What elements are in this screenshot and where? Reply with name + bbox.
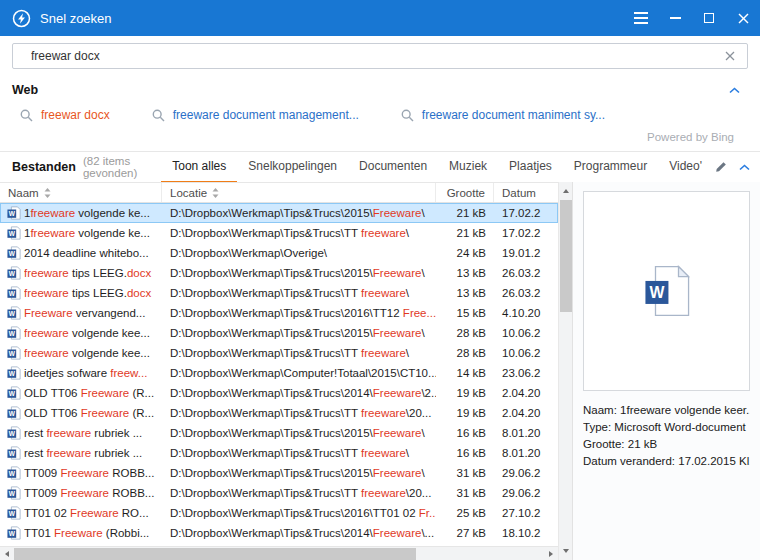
text-segment: D:\Dropbox\Werkmap\Overige\ bbox=[170, 247, 327, 259]
word-doc-icon: W bbox=[0, 366, 24, 380]
text-segment: \ bbox=[406, 347, 409, 359]
table-row[interactable]: WOLD TT06 Freeware (R...D:\Dropbox\Werkm… bbox=[0, 403, 558, 423]
match-highlight: Freeware bbox=[373, 527, 422, 539]
scroll-right-icon[interactable] bbox=[544, 547, 558, 560]
tab-video[interactable]: Video' bbox=[658, 152, 713, 183]
table-row[interactable]: WOLD TT06 Freeware (R...D:\Dropbox\Werkm… bbox=[0, 383, 558, 403]
text-segment: ROBB... bbox=[109, 467, 154, 479]
text-segment: OLD TT06 bbox=[24, 387, 81, 399]
maximize-icon[interactable] bbox=[692, 0, 726, 36]
scroll-down-icon[interactable] bbox=[559, 544, 572, 558]
table-row[interactable]: W1freeware volgende ke...D:\Dropbox\Werk… bbox=[0, 203, 558, 223]
clear-search-icon[interactable] bbox=[721, 49, 739, 63]
vertical-scrollbar-thumb[interactable] bbox=[560, 200, 572, 312]
file-size: 15 kB bbox=[436, 303, 494, 323]
svg-text:W: W bbox=[9, 270, 16, 277]
table-row[interactable]: WTT01 Freeware (Robbi...D:\Dropbox\Werkm… bbox=[0, 523, 558, 543]
web-suggestion[interactable]: freeware document management... bbox=[152, 108, 359, 122]
file-name: freeware volgende kee... bbox=[24, 323, 162, 343]
table-row[interactable]: Wfreeware volgende kee...D:\Dropbox\Werk… bbox=[0, 343, 558, 363]
text-segment: tips LEEG. bbox=[69, 267, 127, 279]
file-location: D:\Dropbox\Werkmap\Tips&Trucs\TT freewar… bbox=[162, 223, 436, 243]
titlebar[interactable]: Snel zoeken bbox=[0, 0, 760, 36]
table-row[interactable]: Wrest freeware rubriek ...D:\Dropbox\Wer… bbox=[0, 423, 558, 443]
column-header-datum[interactable]: Datum bbox=[494, 183, 558, 202]
minimize-icon[interactable] bbox=[658, 0, 692, 36]
svg-text:W: W bbox=[9, 350, 16, 357]
table-row[interactable]: WTT009 Freeware ROBB...D:\Dropbox\Werkma… bbox=[0, 463, 558, 483]
match-highlight: freeware bbox=[30, 227, 75, 239]
column-header-grootte[interactable]: Grootte bbox=[436, 183, 494, 202]
text-segment: tips LEEG. bbox=[69, 287, 127, 299]
text-segment: \ bbox=[406, 287, 409, 299]
file-name: TT009 Freeware ROBB... bbox=[24, 463, 162, 483]
web-suggestion[interactable]: freeware document maniment sy... bbox=[401, 108, 605, 122]
column-header-naam[interactable]: Naam bbox=[0, 183, 162, 202]
table-row[interactable]: WFreeware vervangend...D:\Dropbox\Werkma… bbox=[0, 303, 558, 323]
text-segment: TT01 bbox=[24, 527, 54, 539]
table-row[interactable]: Wfreeware tips LEEG.docxD:\Dropbox\Werkm… bbox=[0, 263, 558, 283]
table-row[interactable]: Wfreeware tips LEEG.docxD:\Dropbox\Werkm… bbox=[0, 283, 558, 303]
file-location: D:\Dropbox\Werkmap\Computer!Totaal\2015\… bbox=[162, 363, 436, 383]
file-size: 16 kB bbox=[436, 423, 494, 443]
word-doc-icon: W bbox=[644, 265, 690, 317]
word-doc-icon: W bbox=[0, 386, 24, 400]
preview-info-line: Datum veranderd: 17.02.2015 Kl... bbox=[583, 453, 750, 470]
match-highlight: Freeware bbox=[373, 467, 422, 479]
file-date: 29.06.2 bbox=[494, 463, 558, 483]
text-segment: volgende ke... bbox=[75, 227, 150, 239]
horizontal-scrollbar-thumb[interactable] bbox=[14, 548, 416, 560]
tab-documenten[interactable]: Documenten bbox=[348, 152, 438, 183]
scroll-up-icon[interactable] bbox=[559, 184, 572, 198]
tab-snelkoppelingen[interactable]: Snelkoppelingen bbox=[237, 152, 348, 183]
collapse-web-icon[interactable] bbox=[727, 85, 748, 96]
column-header-locatie[interactable]: Locatie bbox=[162, 183, 436, 202]
text-segment: (R... bbox=[129, 387, 154, 399]
tab-plaatjes[interactable]: Plaatjes bbox=[498, 152, 563, 183]
text-segment: \ bbox=[421, 207, 424, 219]
file-date: 19.01.2 bbox=[494, 243, 558, 263]
file-size: 19 kB bbox=[436, 383, 494, 403]
tab-muziek[interactable]: Muziek bbox=[438, 152, 498, 183]
tab-programmeur[interactable]: Programmeur bbox=[563, 152, 658, 183]
files-section-header: Bestanden (82 items gevonden) Toon alles… bbox=[0, 151, 760, 182]
preview-info-line: Grootte: 21 kB bbox=[583, 436, 750, 453]
word-doc-icon: W bbox=[0, 406, 24, 420]
horizontal-scrollbar[interactable] bbox=[0, 546, 558, 560]
edit-filter-icon[interactable] bbox=[713, 159, 737, 175]
web-section-label: Web bbox=[12, 83, 38, 97]
svg-text:W: W bbox=[9, 370, 16, 377]
table-row[interactable]: Wideetjes sofware freew...D:\Dropbox\Wer… bbox=[0, 363, 558, 383]
table-row[interactable]: W2014 deadline whitebo...D:\Dropbox\Werk… bbox=[0, 243, 558, 263]
match-highlight: Freeware bbox=[373, 267, 422, 279]
text-segment: volgende ke... bbox=[75, 207, 150, 219]
sort-icon bbox=[44, 188, 51, 198]
file-name: TT01 02 Freeware RO... bbox=[24, 503, 162, 523]
vertical-scrollbar[interactable] bbox=[558, 182, 572, 560]
search-icon bbox=[401, 109, 414, 122]
word-doc-icon: W bbox=[0, 526, 24, 540]
table-row[interactable]: WTT009 Freeware ROBB...D:\Dropbox\Werkma… bbox=[0, 483, 558, 503]
scroll-left-icon[interactable] bbox=[0, 547, 14, 560]
search-box[interactable] bbox=[12, 43, 748, 69]
table-row[interactable]: Wfreeware volgende kee...D:\Dropbox\Werk… bbox=[0, 323, 558, 343]
table-row[interactable]: Wrest freeware rubriek ...D:\Dropbox\Wer… bbox=[0, 443, 558, 463]
file-location: D:\Dropbox\Werkmap\Tips&Trucs\TT freewar… bbox=[162, 403, 436, 423]
text-segment: (R... bbox=[129, 407, 154, 419]
tab-toon-alles[interactable]: Toon alles bbox=[161, 152, 237, 183]
close-icon[interactable] bbox=[726, 0, 760, 36]
word-doc-icon: W bbox=[0, 286, 24, 300]
table-row[interactable]: W1freeware volgende ke...D:\Dropbox\Werk… bbox=[0, 223, 558, 243]
web-suggestion[interactable]: freewar docx bbox=[20, 108, 110, 122]
table-row[interactable]: WTT01 02 Freeware RO...D:\Dropbox\Werkma… bbox=[0, 503, 558, 523]
collapse-files-icon[interactable] bbox=[737, 162, 758, 173]
text-segment: D:\Dropbox\Werkmap\Computer!Totaal\2015\… bbox=[170, 367, 436, 379]
svg-text:W: W bbox=[9, 390, 16, 397]
file-date: 23.06.2 bbox=[494, 363, 558, 383]
file-date: 29.06.2 bbox=[494, 483, 558, 503]
search-input[interactable] bbox=[31, 49, 721, 63]
file-location: D:\Dropbox\Werkmap\Tips&Trucs\2015\Freew… bbox=[162, 263, 436, 283]
files-count: (82 items gevonden) bbox=[83, 155, 137, 179]
text-segment: D:\Dropbox\Werkmap\Tips&Trucs\TT bbox=[170, 227, 361, 239]
menu-icon[interactable] bbox=[624, 0, 658, 36]
